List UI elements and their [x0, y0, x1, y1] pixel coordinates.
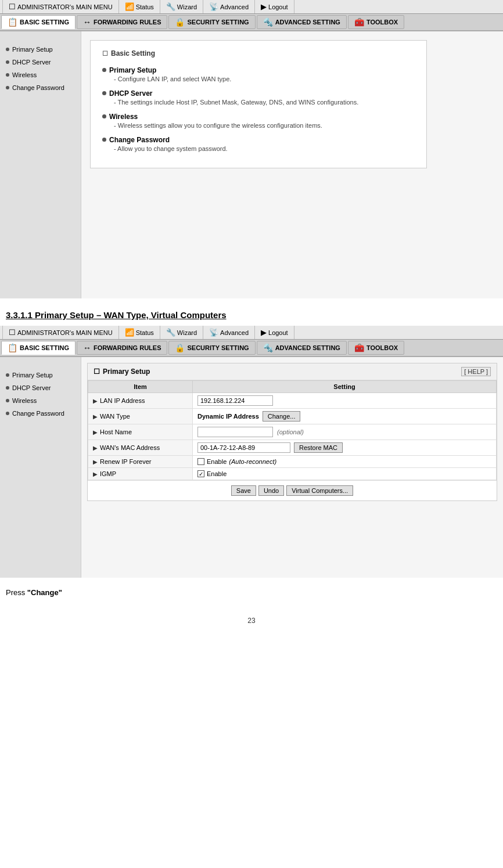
tab-advanced-setting[interactable]: 🔩 ADVANCED SETTING [257, 15, 347, 29]
nav-logout[interactable]: ▶ Logout [255, 0, 294, 13]
tab-forwarding-rules[interactable]: ↔ FORWARDING RULES [77, 15, 168, 29]
section-desc-primary: - Configure LAN IP, and select WAN type. [114, 75, 415, 82]
mac-input[interactable] [197, 442, 290, 453]
nav2-advanced[interactable]: 📡 Advanced [203, 326, 255, 339]
sidebar2-item-dhcp[interactable]: DHCP Server [0, 381, 81, 394]
bullet2-icon [6, 386, 9, 390]
box-title: ☐ Basic Setting [102, 49, 415, 57]
nav-advanced-label: Advanced [220, 3, 249, 10]
tab2-advanced-setting[interactable]: 🔩 ADVANCED SETTING [257, 341, 347, 355]
sidebar2-label-wireless: Wireless [12, 397, 37, 404]
bullet-circle-icon [102, 114, 106, 118]
nav-wizard[interactable]: 🔧 Wizard [160, 0, 203, 13]
tab-security-setting[interactable]: 🔒 SECURITY SETTING [168, 15, 255, 29]
nav2-logout[interactable]: ▶ Logout [255, 326, 294, 339]
ui-block-2: ☐ ADMINISTRATOR's MAIN MENU 📶 Status 🔧 W… [0, 326, 503, 578]
wan-change-button[interactable]: Change... [263, 411, 301, 422]
nav-admin-menu[interactable]: ☐ ADMINISTRATOR's MAIN MENU [2, 0, 119, 13]
sidebar2-item-change-password[interactable]: Change Password [0, 407, 81, 420]
nav2-wizard-label: Wizard [177, 329, 197, 336]
sidebar2-item-wireless[interactable]: Wireless [0, 394, 81, 407]
forwarding2-icon: ↔ [83, 343, 91, 352]
status-icon: 📶 [125, 2, 134, 11]
sidebar-item-dhcp[interactable]: DHCP Server [0, 56, 81, 69]
box-title-text: Basic Setting [111, 49, 155, 57]
section-desc-wireless: - Wireless settings allow you to configu… [114, 122, 415, 129]
renew-italic-text: (Auto-reconnect) [229, 458, 276, 465]
tab2-toolbox[interactable]: 🧰 TOOLBOX [348, 341, 404, 355]
tab-adv-label: ADVANCED SETTING [275, 19, 340, 26]
toolbox2-icon: 🧰 [354, 343, 364, 352]
nav-status[interactable]: 📶 Status [119, 0, 160, 13]
tab-basic-setting[interactable]: 📋 BASIC SETTING [1, 15, 76, 29]
settings-table: Item Setting ▶ LAN IP Address [88, 380, 497, 480]
nav2-status-label: Status [136, 329, 154, 336]
psu-title-text: Primary Setup [103, 368, 150, 376]
section-dhcp: DHCP Server - The settings include Host … [102, 89, 415, 106]
psu-title: ☐ Primary Setup [94, 368, 150, 376]
tab2-forwarding-rules[interactable]: ↔ FORWARDING RULES [77, 341, 168, 355]
page-number: 23 [0, 605, 503, 636]
hostname-input[interactable] [197, 427, 273, 437]
tab2-basic-setting[interactable]: 📋 BASIC SETTING [1, 341, 76, 355]
renew-checkbox[interactable] [197, 458, 204, 465]
renew-enable-text: Enable [207, 458, 227, 465]
sidebar-label-primary: Primary Setup [12, 46, 53, 53]
section-title-primary: Primary Setup [102, 66, 415, 74]
sidebar2-item-primary-setup[interactable]: Primary Setup [0, 369, 81, 381]
tab2-basic-label: BASIC SETTING [20, 344, 69, 351]
col-setting-header: Setting [193, 381, 497, 393]
adv2-icon: 🔩 [263, 343, 273, 352]
sidebar-label-dhcp: DHCP Server [12, 59, 51, 66]
sidebar-item-primary-setup[interactable]: Primary Setup [0, 43, 81, 56]
igmp-checkbox[interactable]: ✓ [197, 470, 204, 477]
bullet-icon [6, 48, 9, 51]
restore-mac-button[interactable]: Restore MAC [294, 442, 343, 453]
bullet-icon [6, 86, 9, 89]
tab-bar-2: 📋 BASIC SETTING ↔ FORWARDING RULES 🔒 SEC… [0, 340, 503, 357]
table-footer: Save Undo Virtual Computers... [88, 480, 497, 500]
row-label-wan: ▶ WAN Type [93, 413, 188, 420]
ui-block-1: ☐ ADMINISTRATOR's MAIN MENU 📶 Status 🔧 W… [0, 0, 503, 298]
box-title-icon: ☐ [102, 50, 108, 57]
basic-setting-box: ☐ Basic Setting Primary Setup - Configur… [90, 40, 427, 168]
help-link[interactable]: [ HELP ] [461, 367, 491, 376]
undo-button[interactable]: Undo [258, 485, 284, 496]
sidebar-label-password: Change Password [12, 84, 64, 91]
sidebar-label-wireless: Wireless [12, 71, 37, 78]
arrow-icon: ▶ [93, 445, 98, 451]
sidebar-item-change-password[interactable]: Change Password [0, 81, 81, 94]
virtual-computers-button[interactable]: Virtual Computers... [286, 485, 353, 496]
admin-icon: ☐ [9, 2, 16, 11]
status2-icon: 📶 [125, 328, 134, 337]
nav2-status[interactable]: 📶 Status [119, 326, 160, 339]
sidebar2-label-primary: Primary Setup [12, 372, 53, 379]
nav2-admin-menu[interactable]: ☐ ADMINISTRATOR's MAIN MENU [2, 326, 119, 339]
arrow-icon: ▶ [93, 429, 98, 435]
tab-bar-1: 📋 BASIC SETTING ↔ FORWARDING RULES 🔒 SEC… [0, 14, 503, 31]
section-primary-setup: Primary Setup - Configure LAN IP, and se… [102, 66, 415, 82]
sidebar2-label-password: Change Password [12, 410, 64, 417]
sidebar2-label-dhcp: DHCP Server [12, 384, 51, 391]
bullet2-icon [6, 399, 9, 402]
save-button[interactable]: Save [231, 485, 256, 496]
lan-label: LAN IP Address [100, 397, 145, 404]
tab2-security-label: SECURITY SETTING [187, 344, 249, 351]
nav2-wizard[interactable]: 🔧 Wizard [160, 326, 203, 339]
tab-toolbox[interactable]: 🧰 TOOLBOX [348, 15, 404, 29]
lan-ip-input[interactable] [197, 395, 273, 406]
table-row: ▶ IGMP ✓ Enable [88, 468, 497, 480]
sidebar-item-wireless[interactable]: Wireless [0, 69, 81, 81]
arrow-icon: ▶ [93, 459, 98, 465]
bullet-circle-icon [102, 91, 106, 95]
table-row: ▶ Host Name (optional) [88, 424, 497, 440]
tab2-toolbox-label: TOOLBOX [367, 344, 398, 351]
tab2-security-setting[interactable]: 🔒 SECURITY SETTING [168, 341, 255, 355]
table-row: ▶ WAN Type Dynamic IP Address Change... [88, 409, 497, 424]
nav-advanced[interactable]: 📡 Advanced [203, 0, 255, 13]
section-desc-dhcp: - The settings include Host IP, Subnet M… [114, 99, 415, 106]
col-item-header: Item [88, 381, 193, 393]
nav2-advanced-label: Advanced [220, 329, 249, 336]
main-area-1: Primary Setup DHCP Server Wireless Chang… [0, 31, 503, 298]
press-change-text: Press "Change" [0, 585, 503, 600]
